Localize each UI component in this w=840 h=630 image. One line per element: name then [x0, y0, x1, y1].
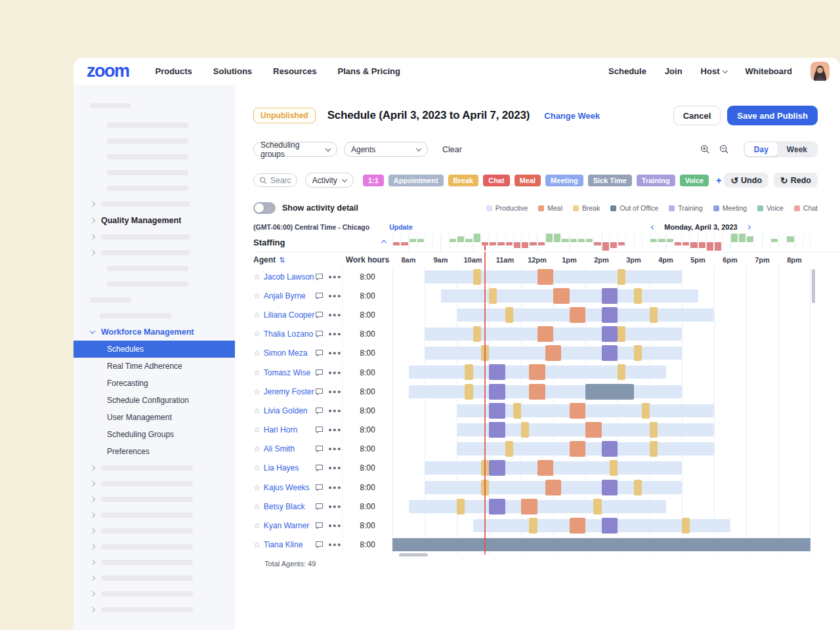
chat-bubble-icon[interactable] [315, 445, 324, 453]
chat-bubble-icon[interactable] [315, 388, 324, 396]
cancel-button[interactable]: Cancel [673, 106, 721, 125]
agent-timeline[interactable] [392, 536, 810, 555]
activity-chip-break[interactable]: Break [448, 175, 479, 186]
activity-chip-meeting[interactable]: Meeting [545, 175, 583, 186]
chat-bubble-icon[interactable] [315, 311, 324, 319]
agent-name-link[interactable]: Tiana Kline [264, 540, 315, 549]
favorite-star-icon[interactable]: ☆ [253, 521, 261, 530]
scheduling-groups-select[interactable]: Scheduling groups [253, 142, 337, 157]
undo-button[interactable]: ↺Undo [724, 173, 768, 188]
favorite-star-icon[interactable]: ☆ [253, 463, 261, 472]
agent-timeline[interactable] [392, 459, 810, 478]
favorite-star-icon[interactable]: ☆ [253, 329, 261, 339]
favorite-star-icon[interactable]: ☆ [253, 291, 261, 301]
row-more-icon[interactable]: ●●● [328, 503, 342, 510]
favorite-star-icon[interactable]: ☆ [253, 272, 261, 282]
chat-bubble-icon[interactable] [315, 273, 324, 281]
nav-item-schedule[interactable]: Schedule [608, 66, 646, 76]
agent-timeline[interactable] [392, 401, 810, 420]
user-avatar[interactable] [810, 62, 830, 81]
activity-chip-1-1[interactable]: 1:1 [363, 175, 384, 186]
favorite-star-icon[interactable]: ☆ [253, 406, 261, 415]
day-tab[interactable]: Day [745, 142, 778, 156]
nav-item-host[interactable]: Host [701, 66, 727, 76]
activity-select[interactable]: Activity [305, 173, 354, 188]
chat-bubble-icon[interactable] [315, 503, 324, 511]
favorite-star-icon[interactable]: ☆ [253, 310, 261, 320]
search-input[interactable] [270, 176, 291, 185]
agent-timeline[interactable] [392, 516, 810, 535]
nav-item-products[interactable]: Products [156, 66, 192, 76]
activity-chip-voice[interactable]: Voice [680, 175, 709, 186]
agent-timeline[interactable] [392, 382, 810, 401]
favorite-star-icon[interactable]: ☆ [253, 483, 261, 492]
agent-timeline[interactable] [392, 305, 810, 324]
row-more-icon[interactable]: ●●● [328, 408, 342, 414]
row-more-icon[interactable]: ●●● [328, 312, 342, 318]
agent-name-link[interactable]: Hari Horn [264, 425, 315, 434]
prev-day-icon[interactable] [651, 224, 656, 229]
row-more-icon[interactable]: ●●● [328, 331, 342, 337]
search-box[interactable] [253, 173, 297, 187]
clear-filters-button[interactable]: Clear [442, 145, 462, 154]
redo-button[interactable]: ↻Redo [774, 173, 818, 188]
add-activity-chip-button[interactable]: + [713, 175, 724, 186]
activity-chip-sick-time[interactable]: Sick Time [588, 175, 632, 186]
sidebar-item-preferences[interactable]: Preferences [74, 443, 235, 460]
agents-select[interactable]: Agents [344, 142, 428, 157]
row-more-icon[interactable]: ●●● [328, 293, 342, 299]
favorite-star-icon[interactable]: ☆ [253, 348, 261, 358]
favorite-star-icon[interactable]: ☆ [253, 444, 261, 453]
row-more-icon[interactable]: ●●● [328, 388, 342, 395]
sidebar-item-user-management[interactable]: User Management [74, 409, 235, 426]
nav-item-join[interactable]: Join [665, 66, 682, 76]
chat-bubble-icon[interactable] [315, 522, 324, 530]
sidebar-item-workforce-management[interactable]: Workforce Management [74, 324, 235, 341]
next-day-icon[interactable] [746, 224, 751, 229]
sidebar-item-scheduling-groups[interactable]: Scheduling Groups [74, 426, 235, 443]
row-more-icon[interactable]: ●●● [328, 427, 342, 433]
show-activity-detail-toggle[interactable] [253, 202, 276, 214]
agent-name-link[interactable]: Ali Smith [264, 444, 315, 453]
nav-item-solutions[interactable]: Solutions [213, 66, 252, 76]
sidebar-item-quality-management[interactable]: Quality Management [74, 212, 235, 229]
timezone-update-link[interactable]: Update [389, 223, 413, 231]
sidebar-item-schedule-configuration[interactable]: Schedule Configuration [74, 392, 235, 409]
agent-timeline[interactable] [392, 286, 810, 305]
sidebar-item-real-time-adherence[interactable]: Real Time Adherence [74, 358, 235, 375]
favorite-star-icon[interactable]: ☆ [253, 502, 261, 511]
row-more-icon[interactable]: ●●● [328, 369, 342, 376]
row-more-icon[interactable]: ●●● [328, 522, 342, 529]
chat-bubble-icon[interactable] [315, 541, 324, 549]
row-more-icon[interactable]: ●●● [328, 465, 342, 471]
chat-bubble-icon[interactable] [315, 369, 324, 377]
chat-bubble-icon[interactable] [315, 330, 324, 338]
sidebar-item-forecasting[interactable]: Forecasting [74, 375, 235, 392]
agent-timeline[interactable] [392, 267, 810, 286]
row-more-icon[interactable]: ●●● [328, 446, 342, 452]
row-more-icon[interactable]: ●●● [328, 484, 342, 491]
agent-name-link[interactable]: Thalia Lozano [264, 329, 315, 339]
agent-name-link[interactable]: Betsy Black [264, 502, 315, 511]
chat-bubble-icon[interactable] [315, 484, 324, 492]
nav-item-resources[interactable]: Resources [273, 66, 316, 76]
agent-timeline[interactable] [392, 363, 810, 382]
activity-chip-meal[interactable]: Meal [514, 175, 541, 186]
agent-name-link[interactable]: Tomasz Wise [264, 368, 315, 377]
agent-name-link[interactable]: Kajus Weeks [264, 483, 315, 492]
favorite-star-icon[interactable]: ☆ [253, 387, 261, 396]
activity-chip-chat[interactable]: Chat [483, 175, 509, 186]
nav-item-whiteboard[interactable]: Whiteboard [746, 66, 793, 76]
favorite-star-icon[interactable]: ☆ [253, 425, 261, 434]
agent-timeline[interactable] [392, 478, 810, 497]
agent-timeline[interactable] [392, 440, 810, 459]
vertical-scrollbar[interactable] [812, 269, 815, 303]
row-more-icon[interactable]: ●●● [328, 274, 342, 280]
favorite-star-icon[interactable]: ☆ [253, 368, 261, 377]
chat-bubble-icon[interactable] [315, 426, 324, 434]
chat-bubble-icon[interactable] [315, 464, 324, 472]
sidebar-item-schedules[interactable]: Schedules [74, 341, 235, 358]
agent-timeline[interactable] [392, 421, 810, 440]
agent-timeline[interactable] [392, 325, 810, 344]
change-week-link[interactable]: Change Week [544, 111, 600, 121]
